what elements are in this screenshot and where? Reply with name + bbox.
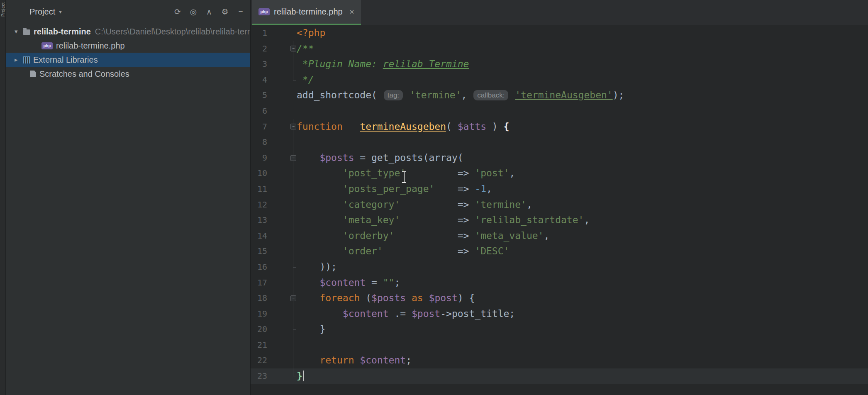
- code-line[interactable]: 20 }: [251, 322, 868, 337]
- fold-marker[interactable]: [267, 166, 297, 181]
- line-number: 11: [251, 181, 267, 197]
- fold-marker[interactable]: [267, 259, 297, 275]
- fold-marker[interactable]: [267, 322, 297, 337]
- fold-marker[interactable]: [267, 56, 297, 72]
- code-line[interactable]: 11 'posts_per_page' => -1,: [251, 181, 868, 197]
- tree-item-path: C:\Users\Daniel\Desktop\relilab\relilab-…: [95, 27, 250, 37]
- fold-marker[interactable]: [267, 25, 297, 41]
- folder-icon: [23, 29, 30, 35]
- code-line[interactable]: 4 */: [251, 72, 868, 88]
- code-text: [297, 134, 868, 150]
- project-tree: ▾ relilab-termine C:\Users\Daniel\Deskto…: [5, 23, 250, 81]
- fold-marker[interactable]: [267, 244, 297, 259]
- code-line[interactable]: 19 $content .= $post->post_title;: [251, 306, 868, 322]
- line-number: 7: [251, 119, 267, 135]
- code-line[interactable]: 12 'category' => 'termine',: [251, 197, 868, 213]
- mouse-cursor-ibeam: [404, 172, 405, 182]
- tree-item-label: relilab-termine.php: [56, 41, 125, 51]
- editor-tab-bar: php relilab-termine.php ✕: [251, 0, 868, 25]
- code-text: */: [297, 72, 868, 88]
- line-number: 9: [251, 150, 267, 166]
- code-line[interactable]: 23 }: [251, 368, 868, 384]
- fold-marker[interactable]: [267, 228, 297, 244]
- project-panel: Project ▾ ⟳◎∧⚙− ▾ relilab-termine C:\Use…: [5, 0, 251, 395]
- line-number: 14: [251, 228, 267, 244]
- fold-marker[interactable]: [267, 72, 297, 88]
- fold-marker[interactable]: [267, 197, 297, 213]
- code-line[interactable]: 18 foreach ($posts as $post) {: [251, 290, 868, 306]
- editor-tab[interactable]: php relilab-termine.php ✕: [252, 0, 361, 25]
- tree-row[interactable]: Scratches and Consoles: [5, 67, 250, 81]
- tree-item-label: Scratches and Consoles: [39, 69, 129, 79]
- collapse-all-icon[interactable]: ∧: [202, 5, 216, 19]
- line-number: 1: [251, 25, 267, 41]
- scratches-icon: [30, 71, 36, 77]
- tree-row[interactable]: php relilab-termine.php: [5, 39, 250, 53]
- code-line[interactable]: 8: [251, 134, 868, 150]
- code-text: }: [297, 322, 868, 337]
- project-panel-title[interactable]: Project ▾: [29, 7, 62, 17]
- code-text: 'post_type' => 'post',: [297, 166, 868, 181]
- sync-icon[interactable]: ⟳: [171, 5, 185, 19]
- fold-marker[interactable]: [267, 337, 297, 353]
- line-number: 5: [251, 88, 267, 103]
- tree-row[interactable]: ▾ relilab-termine C:\Users\Daniel\Deskto…: [5, 24, 250, 39]
- fold-marker[interactable]: [267, 103, 297, 119]
- code-text: [297, 337, 868, 353]
- fold-marker[interactable]: [267, 119, 297, 135]
- code-text: function termineAusgeben( $atts ) {: [297, 119, 868, 135]
- settings-icon[interactable]: ⚙: [218, 5, 232, 19]
- code-line[interactable]: 2 /**: [251, 41, 868, 57]
- fold-marker[interactable]: [267, 306, 297, 322]
- code-text: ));: [297, 259, 868, 275]
- line-number: 18: [251, 290, 267, 306]
- close-tab-icon[interactable]: ✕: [349, 8, 355, 16]
- tree-row[interactable]: ▸ External Libraries: [5, 53, 250, 67]
- code-line[interactable]: 3 *Plugin Name: relilab Termine: [251, 56, 868, 72]
- fold-marker[interactable]: [267, 181, 297, 197]
- fold-marker[interactable]: [267, 368, 297, 384]
- fold-marker[interactable]: [267, 88, 297, 103]
- code-line[interactable]: 21: [251, 337, 868, 353]
- line-number: 21: [251, 337, 267, 353]
- chevron-down-icon[interactable]: ▾: [15, 28, 23, 35]
- code-line[interactable]: 5 add_shortcode( tag: 'termine', callbac…: [251, 88, 868, 103]
- hide-panel-icon[interactable]: −: [234, 5, 248, 19]
- php-file-icon: php: [41, 42, 53, 49]
- fold-marker[interactable]: [267, 150, 297, 166]
- editor-tab-label: relilab-termine.php: [274, 7, 343, 17]
- chevron-right-icon[interactable]: ▸: [15, 56, 23, 63]
- code-text: <?php: [297, 25, 868, 41]
- code-line[interactable]: 15 'order' => 'DESC': [251, 244, 868, 259]
- code-line[interactable]: 22 return $content;: [251, 353, 868, 368]
- line-number: 20: [251, 322, 267, 337]
- fold-marker[interactable]: [267, 290, 297, 306]
- code-line[interactable]: 9 $posts = get_posts(array(: [251, 150, 868, 166]
- code-line[interactable]: 16 ));: [251, 259, 868, 275]
- code-line[interactable]: 6: [251, 103, 868, 119]
- php-file-icon: php: [258, 8, 270, 15]
- line-number: 12: [251, 197, 267, 213]
- fold-marker[interactable]: [267, 275, 297, 291]
- fold-marker[interactable]: [267, 41, 297, 57]
- fold-marker[interactable]: [267, 212, 297, 228]
- line-number: 17: [251, 275, 267, 291]
- code-editor[interactable]: 1 <?php 2 /** 3 *Plugin Name: relilab Te…: [251, 25, 868, 384]
- fold-marker[interactable]: [267, 134, 297, 150]
- code-line[interactable]: 17 $content = "";: [251, 275, 868, 291]
- code-line[interactable]: 14 'orderby' => 'meta_value',: [251, 228, 868, 244]
- project-panel-header: Project ▾ ⟳◎∧⚙−: [5, 0, 250, 23]
- line-number: 2: [251, 41, 267, 57]
- code-line[interactable]: 10 'post_type' => 'post',: [251, 166, 868, 181]
- fold-marker[interactable]: [267, 353, 297, 368]
- locate-file-icon[interactable]: ◎: [186, 5, 200, 19]
- line-number: 23: [251, 368, 267, 384]
- toolwindow-stripe-label[interactable]: Project: [0, 2, 5, 17]
- project-panel-toolbar: ⟳◎∧⚙−: [171, 5, 248, 19]
- code-line[interactable]: 7 function termineAusgeben( $atts ) {: [251, 119, 868, 135]
- editor-area: php relilab-termine.php ✕ 1 <?php 2 /** …: [251, 0, 868, 395]
- code-line[interactable]: 1 <?php: [251, 25, 868, 41]
- code-line[interactable]: 13 'meta_key' => 'relilab_startdate',: [251, 212, 868, 228]
- line-number: 15: [251, 244, 267, 259]
- library-icon: [23, 56, 30, 63]
